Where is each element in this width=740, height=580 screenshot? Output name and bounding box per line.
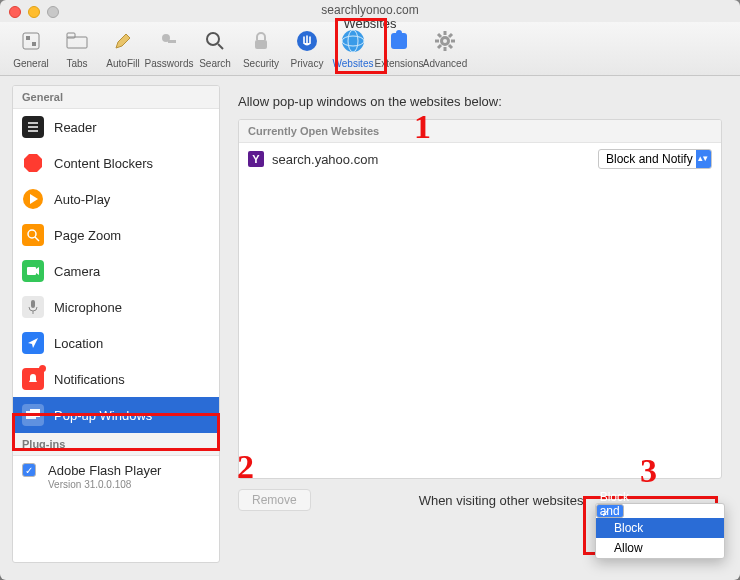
sidebar-item-reader[interactable]: Reader [13, 109, 219, 145]
svg-line-22 [449, 45, 452, 48]
toolbar-tabs[interactable]: Tabs [54, 26, 100, 69]
site-setting-select[interactable]: Block and Notify ▴▾ [598, 149, 712, 169]
toolbar-extensions[interactable]: Extensions [376, 26, 422, 69]
zoom-icon [22, 224, 44, 246]
sidebar-item-popup-windows[interactable]: Pop-up Windows [13, 397, 219, 433]
window-controls [9, 6, 59, 18]
other-websites-label: When visiting other websites: [419, 493, 587, 508]
main-pane: Allow pop-up windows on the websites bel… [220, 76, 740, 572]
svg-point-32 [28, 230, 36, 238]
windows-icon [22, 404, 44, 426]
titlebar: searchlyonoo.com Websites [0, 0, 740, 22]
sidebar-item-content-blockers[interactable]: Content Blockers [13, 145, 219, 181]
switches-icon [16, 26, 46, 56]
pencil-icon [108, 26, 138, 56]
remove-button[interactable]: Remove [238, 489, 311, 511]
search-icon [200, 26, 230, 56]
camera-icon [22, 260, 44, 282]
sidebar-item-label: Location [54, 336, 103, 351]
toolbar-label: Websites [333, 58, 374, 69]
notification-badge [39, 365, 46, 372]
site-favicon: Y [248, 151, 264, 167]
stop-icon [22, 152, 44, 174]
sidebar-group-plugins: Plug-ins [13, 433, 219, 456]
plugin-label: Adobe Flash Player [48, 463, 161, 478]
toolbar-label: Advanced [423, 58, 467, 69]
plugin-checkbox[interactable]: ✓ [22, 463, 36, 477]
sidebar-item-label: Notifications [54, 372, 125, 387]
svg-marker-38 [28, 338, 38, 348]
lock-icon [246, 26, 276, 56]
toolbar-search[interactable]: Search [192, 26, 238, 69]
plugin-version: Version 31.0.0.108 [48, 479, 161, 490]
main-heading: Allow pop-up windows on the websites bel… [238, 94, 722, 109]
sidebar-item-flash[interactable]: ✓ Adobe Flash Player Version 31.0.0.108 [13, 456, 219, 497]
website-row[interactable]: Y search.yahoo.com Block and Notify ▴▾ [239, 143, 721, 175]
play-icon [22, 188, 44, 210]
svg-line-23 [438, 45, 441, 48]
svg-line-33 [35, 237, 39, 241]
site-domain: search.yahoo.com [272, 152, 378, 167]
sidebar-item-label: Auto-Play [54, 192, 110, 207]
sidebar-item-label: Pop-up Windows [54, 408, 152, 423]
svg-marker-35 [36, 267, 39, 275]
svg-line-24 [449, 34, 452, 37]
puzzle-icon [384, 26, 414, 56]
dropdown-option-block-notify[interactable]: Block and Notify [596, 504, 624, 518]
gear-icon [430, 26, 460, 56]
svg-marker-29 [24, 154, 42, 172]
sidebar-item-camera[interactable]: Camera [13, 253, 219, 289]
svg-rect-6 [168, 40, 176, 43]
svg-rect-9 [255, 40, 267, 49]
reader-icon [22, 116, 44, 138]
toolbar-label: Security [243, 58, 279, 69]
other-websites-dropdown[interactable]: Block and Notify Block Allow [595, 503, 725, 559]
tabs-icon [62, 26, 92, 56]
toolbar-label: Tabs [66, 58, 87, 69]
sidebar-item-page-zoom[interactable]: Page Zoom [13, 217, 219, 253]
svg-line-21 [438, 34, 441, 37]
svg-rect-34 [27, 267, 36, 275]
sidebar-item-auto-play[interactable]: Auto-Play [13, 181, 219, 217]
sidebar: General Reader Content Blockers Auto-Pla… [12, 85, 220, 563]
sidebar-item-microphone[interactable]: Microphone [13, 289, 219, 325]
dropdown-option-allow[interactable]: Allow [596, 538, 724, 558]
toolbar-privacy[interactable]: Privacy [284, 26, 330, 69]
dropdown-option-block[interactable]: Block [596, 518, 724, 538]
zoom-window-button[interactable] [47, 6, 59, 18]
svg-rect-40 [30, 409, 40, 417]
toolbar-autofill[interactable]: AutoFill [100, 26, 146, 69]
toolbar-label: Passwords [145, 58, 194, 69]
key-icon [154, 26, 184, 56]
svg-rect-1 [26, 36, 30, 40]
svg-point-15 [396, 30, 402, 36]
toolbar-label: AutoFill [106, 58, 139, 69]
globe-icon [338, 26, 368, 56]
toolbar-advanced[interactable]: Advanced [422, 26, 468, 69]
hand-icon [292, 26, 322, 56]
sidebar-group-general: General [13, 86, 219, 109]
svg-rect-3 [67, 37, 87, 48]
minimize-window-button[interactable] [28, 6, 40, 18]
sidebar-item-label: Reader [54, 120, 97, 135]
svg-rect-36 [31, 300, 35, 308]
svg-rect-0 [23, 33, 39, 49]
preferences-window: searchlyonoo.com Websites General Tabs A… [0, 0, 740, 580]
toolbar-label: General [13, 58, 49, 69]
svg-point-11 [342, 30, 364, 52]
close-window-button[interactable] [9, 6, 21, 18]
svg-point-25 [443, 39, 447, 43]
sidebar-item-label: Content Blockers [54, 156, 153, 171]
svg-rect-2 [32, 42, 36, 46]
toolbar-passwords[interactable]: Passwords [146, 26, 192, 69]
toolbar-websites[interactable]: Websites [330, 26, 376, 69]
sidebar-item-label: Camera [54, 264, 100, 279]
microphone-icon [22, 296, 44, 318]
toolbar-general[interactable]: General [8, 26, 54, 69]
toolbar-label: Privacy [291, 58, 324, 69]
sidebar-item-location[interactable]: Location [13, 325, 219, 361]
location-icon [22, 332, 44, 354]
sidebar-item-notifications[interactable]: Notifications [13, 361, 219, 397]
toolbar-label: Search [199, 58, 231, 69]
toolbar-security[interactable]: Security [238, 26, 284, 69]
